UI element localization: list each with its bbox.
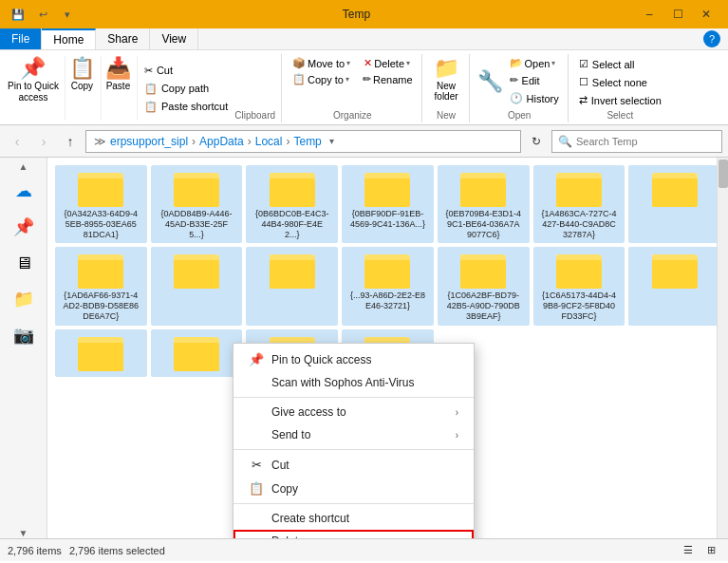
- item-count: 2,796 items: [8, 545, 62, 556]
- rename-icon: ✏: [363, 73, 371, 85]
- move-to-btn[interactable]: 📦Move to▾: [289, 56, 353, 70]
- qa-save[interactable]: 💾: [8, 4, 28, 25]
- paste-btn[interactable]: 📥 Paste: [105, 56, 138, 121]
- file-name: {0BBF90DF-91EB-4569-9C41-136A...}: [349, 209, 425, 230]
- ctx-give-access[interactable]: Give access to ›: [233, 401, 474, 423]
- up-button[interactable]: ↑: [59, 130, 82, 153]
- ctx-cut[interactable]: ✂Cut: [233, 453, 474, 477]
- new-label: New: [437, 110, 456, 121]
- path-temp[interactable]: Temp: [293, 135, 321, 148]
- folder-icon: [364, 169, 410, 207]
- qa-undo[interactable]: ↩: [32, 4, 53, 25]
- copy-to-btn[interactable]: 📋Copy to▾: [289, 72, 352, 86]
- organize-group: 📦Move to▾ ✕Delete▾ 📋Copy to▾ ✏Rename Org…: [284, 54, 422, 122]
- tab-file[interactable]: File: [0, 28, 42, 49]
- pin-to-quick-access-btn[interactable]: 📌 Pin to Quickaccess: [8, 56, 65, 121]
- history-btn[interactable]: 🕐History: [507, 90, 562, 106]
- minimize-button[interactable]: –: [635, 0, 663, 28]
- list-item[interactable]: {0EB709B4-E3D1-49C1-BE64-036A7A9077C6}: [438, 165, 530, 243]
- grid-view-btn[interactable]: ⊞: [701, 541, 720, 560]
- copy-path-btn[interactable]: 📋Copy path: [141, 81, 231, 97]
- file-name: {1A4863CA-727C-4427-B440-C9AD8C32787A}: [541, 209, 617, 239]
- select-none-icon: ☐: [579, 76, 588, 88]
- list-item[interactable]: {1A4863CA-727C-4427-B440-C9AD8C32787A}: [533, 165, 625, 243]
- address-path[interactable]: ≫ erpsupport_sipl › AppData › Local › Te…: [85, 130, 521, 153]
- list-item[interactable]: [628, 165, 720, 243]
- ctx-create-shortcut[interactable]: Create shortcut: [233, 507, 474, 530]
- search-box[interactable]: 🔍: [551, 130, 722, 153]
- title-bar: 💾 ↩ ▾ Temp – ☐ ✕: [0, 0, 728, 28]
- qa-more[interactable]: ▾: [57, 4, 78, 25]
- sidebar-folder[interactable]: 📁: [7, 282, 41, 316]
- ctx-copy[interactable]: 📋Copy: [233, 477, 474, 500]
- select-all-btn[interactable]: ☑Select all: [576, 56, 664, 72]
- list-item[interactable]: [628, 247, 720, 325]
- pin-label: Pin to Quickaccess: [8, 81, 59, 103]
- move-to-icon: 📦: [292, 57, 306, 69]
- new-folder-btn[interactable]: 📁: [434, 56, 459, 81]
- tab-share[interactable]: Share: [96, 28, 150, 49]
- context-menu: 📌Pin to Quick access Scan with Sophos An…: [233, 343, 475, 538]
- list-item[interactable]: {0BBF90DF-91EB-4569-9C41-136A...}: [342, 165, 434, 243]
- sidebar-photo[interactable]: 📷: [7, 318, 41, 352]
- close-button[interactable]: ✕: [692, 0, 720, 28]
- copy-btn[interactable]: 📋 Copy: [69, 56, 102, 121]
- ctx-delete-label: Delete: [271, 535, 305, 538]
- invert-selection-btn[interactable]: ⇄Invert selection: [576, 92, 664, 108]
- sidebar-cloud[interactable]: ☁: [7, 174, 41, 208]
- path-local[interactable]: Local: [255, 135, 283, 148]
- tab-view[interactable]: View: [150, 28, 198, 49]
- cut-btn[interactable]: ✂Cut: [141, 63, 231, 79]
- sidebar-scroll-down[interactable]: ▼: [19, 528, 28, 538]
- path-sep1: ›: [192, 135, 196, 148]
- ribbon: File Home Share View ? 📌 Pin to Quickacc…: [0, 28, 728, 125]
- organize-label: Organize: [289, 110, 416, 121]
- list-item[interactable]: [246, 247, 338, 325]
- list-item[interactable]: {0ADD84B9-A446-45AD-B33E-25F5...}: [151, 165, 243, 243]
- list-view-btn[interactable]: ☰: [679, 541, 698, 560]
- help-button[interactable]: ?: [703, 30, 720, 47]
- tab-home[interactable]: Home: [42, 28, 96, 49]
- refresh-button[interactable]: ↻: [525, 130, 548, 153]
- back-button[interactable]: ‹: [6, 130, 28, 153]
- delete-btn[interactable]: ✕Delete▾: [361, 56, 413, 70]
- path-appdata[interactable]: AppData: [199, 135, 244, 148]
- path-erpsupport[interactable]: erpsupport_sipl: [110, 135, 188, 148]
- sidebar-pin[interactable]: 📌: [7, 210, 41, 244]
- open-btn[interactable]: 📂Open▾: [507, 56, 562, 70]
- copy-to-label: Copy to: [308, 74, 344, 85]
- list-item[interactable]: {1AD6AF66-9371-4AD2-BDB9-D58E86DE6A7C}: [55, 247, 147, 325]
- forward-button[interactable]: ›: [32, 130, 55, 153]
- select-none-btn[interactable]: ☐Select none: [576, 74, 664, 90]
- scroll-thumb[interactable]: [719, 160, 728, 188]
- list-item[interactable]: {...93-A86D-2E2-E8E46-32721}: [342, 247, 434, 325]
- folder-icon: [270, 169, 315, 207]
- properties-btn[interactable]: 🔧: [477, 69, 503, 94]
- list-item[interactable]: {1C06A2BF-BD79-42B5-A90D-790DB3B9EAF}: [438, 247, 530, 325]
- path-dropdown-arrow[interactable]: ▾: [329, 136, 334, 146]
- paste-label: Paste: [106, 81, 131, 91]
- open-label-group: Open: [477, 110, 562, 121]
- list-item[interactable]: {1C6A5173-44D4-49B8-9CF2-5F8D40FD33FC}: [533, 247, 625, 325]
- folder-icon: [460, 169, 506, 207]
- sidebar-expand[interactable]: ▲: [19, 161, 28, 172]
- list-item[interactable]: {0A342A33-64D9-45EB-8955-03EA6581DCA1}: [55, 165, 147, 243]
- open-arrow: ▾: [551, 59, 555, 67]
- scrollbar-vertical[interactable]: [717, 158, 728, 538]
- edit-btn[interactable]: ✏Edit: [507, 72, 562, 88]
- ctx-pin-quick-access[interactable]: 📌Pin to Quick access: [233, 347, 474, 371]
- search-input[interactable]: [576, 136, 716, 147]
- copy-to-icon: 📋: [292, 73, 306, 85]
- rename-btn[interactable]: ✏Rename: [360, 72, 416, 86]
- ctx-delete[interactable]: Delete: [233, 530, 474, 538]
- ctx-scan-sophos[interactable]: Scan with Sophos Anti-Virus: [233, 371, 474, 394]
- paste-shortcut-btn[interactable]: 📋Paste shortcut: [141, 99, 231, 115]
- list-item[interactable]: {0B6BDC0B-E4C3-44B4-980F-E4E2...}: [246, 165, 338, 243]
- list-item[interactable]: [55, 329, 147, 377]
- folder-icon: [460, 251, 506, 289]
- list-item[interactable]: [151, 329, 243, 377]
- sidebar-desktop[interactable]: 🖥: [7, 246, 41, 280]
- maximize-button[interactable]: ☐: [663, 0, 692, 28]
- list-item[interactable]: [151, 247, 243, 325]
- ctx-send-to[interactable]: Send to ›: [233, 423, 474, 446]
